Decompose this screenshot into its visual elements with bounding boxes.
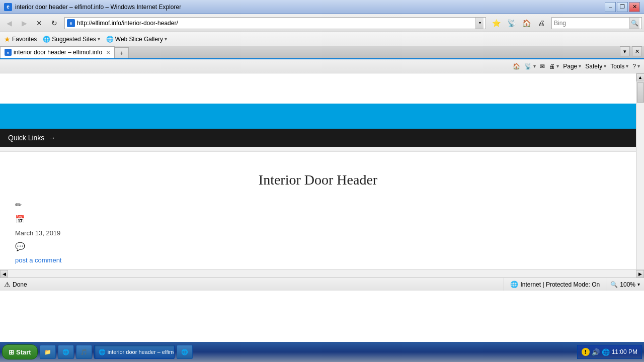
- home-cmd-button[interactable]: 🏠: [513, 63, 520, 70]
- comment-meta-row: 💬: [15, 242, 621, 251]
- home-button[interactable]: 🏠: [519, 16, 533, 30]
- tools-dropdown: ▾: [626, 63, 628, 69]
- clock: 11:00 PM: [612, 348, 637, 355]
- extra-icon: 🌐: [181, 349, 188, 355]
- comment-icon: 💬: [15, 242, 25, 251]
- tools-cmd-button[interactable]: Tools ▾: [610, 63, 628, 70]
- tray-icon-2: 🌐: [602, 348, 610, 356]
- post-comment-row: post a comment: [15, 256, 621, 264]
- status-zoom: 🔍 100% ▾: [606, 278, 644, 291]
- page-label: Page: [563, 63, 577, 70]
- active-window-icon: 🌐: [99, 349, 106, 355]
- window-title: interior door header – elfimof.info – Wi…: [15, 4, 181, 11]
- safety-dropdown: ▾: [604, 63, 606, 69]
- print-button[interactable]: 🖨: [534, 16, 548, 30]
- address-input[interactable]: [77, 20, 475, 27]
- taskbar-active-window[interactable]: 🌐 interior door header – elfimof.info – …: [94, 345, 175, 359]
- scrollbar-vertical: ▲: [636, 73, 644, 269]
- page-dropdown: ▾: [579, 63, 581, 69]
- taskbar-extra-button[interactable]: 🌐: [177, 345, 193, 359]
- safety-cmd-button[interactable]: Safety ▾: [585, 63, 606, 70]
- quick-links-text[interactable]: Quick Links →: [8, 134, 55, 142]
- suggested-sites-label: Suggested Sites: [52, 36, 96, 43]
- print-dropdown: ▾: [556, 63, 559, 69]
- rss-cmd-button[interactable]: 📡 ▾: [524, 63, 536, 70]
- web-slice-gallery-button[interactable]: 🌐 Web Slice Gallery ▾: [106, 36, 167, 43]
- active-tab[interactable]: e interior door header – elfimof.info ✕: [0, 46, 115, 58]
- status-main: ⚠ Done: [0, 281, 504, 289]
- tab-new-button[interactable]: ✕: [632, 46, 642, 56]
- security-icon: 🌐: [510, 281, 518, 288]
- address-dropdown-arrow[interactable]: ▾: [475, 18, 484, 29]
- scroll-right-button[interactable]: ▶: [636, 270, 644, 278]
- page-cmd-button[interactable]: Page ▾: [563, 63, 581, 70]
- status-bar: ⚠ Done 🌐 Internet | Protected Mode: On 🔍…: [0, 278, 644, 291]
- taskbar-ie-button[interactable]: 🌐: [58, 345, 74, 359]
- taskbar-folder-button[interactable]: 📁: [40, 345, 56, 359]
- close-button[interactable]: ✕: [629, 2, 640, 12]
- start-button[interactable]: ⊞ Start: [2, 344, 38, 359]
- safety-label: Safety: [585, 63, 602, 70]
- zoom-icon: 🔍: [610, 281, 618, 288]
- suggested-sites-button[interactable]: 🌐 Suggested Sites ▾: [43, 36, 100, 43]
- search-input[interactable]: [554, 20, 629, 27]
- tab-list-button[interactable]: ▾: [620, 46, 630, 56]
- window-controls: – ❐ ✕: [605, 2, 640, 12]
- zoom-dropdown[interactable]: ▾: [637, 282, 640, 287]
- new-tab-icon: +: [120, 50, 124, 57]
- search-bar: 🔍: [551, 17, 642, 29]
- ie-icon: e: [4, 3, 12, 11]
- rss-button[interactable]: 📡: [504, 16, 518, 30]
- favorites-icon[interactable]: ⭐: [489, 16, 503, 30]
- star-icon: ★: [4, 35, 11, 43]
- post-comment-link[interactable]: post a comment: [15, 256, 62, 264]
- mail-cmd-button[interactable]: ✉: [540, 63, 545, 70]
- scroll-thumb[interactable]: [637, 82, 644, 103]
- scroll-track-h: [8, 270, 636, 278]
- scroll-up-button[interactable]: ▲: [636, 73, 645, 81]
- main-content: Quick Links → Interior Door Header ✏ 📅 M…: [0, 73, 636, 269]
- main-area: Quick Links → Interior Door Header ✏ 📅 M…: [0, 73, 644, 269]
- content-divider: [0, 147, 636, 152]
- tab-label: interior door header – elfimof.info: [14, 49, 102, 56]
- restore-button[interactable]: ❐: [617, 2, 628, 12]
- taskbar-media-button[interactable]: 🎵: [76, 345, 92, 359]
- new-tab-button[interactable]: +: [115, 47, 129, 58]
- quick-links-nav: Quick Links →: [0, 129, 636, 147]
- help-cmd-button[interactable]: ? ▾: [632, 63, 640, 70]
- security-text: Internet | Protected Mode: On: [520, 281, 600, 288]
- tab-bar-controls: ▾ ✕: [620, 46, 642, 56]
- minimize-button[interactable]: –: [605, 2, 616, 12]
- quick-links-label: Quick Links: [8, 134, 44, 142]
- start-label: Start: [16, 348, 31, 356]
- favorites-toolbar: ★ Favorites 🌐 Suggested Sites ▾ 🌐 Web Sl…: [0, 32, 644, 46]
- address-bar: e ▾: [64, 17, 486, 29]
- print-cmd-button[interactable]: 🖨 ▾: [549, 63, 559, 70]
- refresh-button[interactable]: ↻: [47, 16, 61, 30]
- favorites-label: Favorites: [12, 36, 37, 43]
- stop-button[interactable]: ✕: [32, 16, 46, 30]
- ie-taskbar-icon: 🌐: [62, 349, 69, 355]
- scrollbar-horizontal-container: ◀ ▶: [0, 269, 644, 278]
- tab-close-button[interactable]: ✕: [106, 50, 110, 55]
- forward-button[interactable]: ▶: [17, 16, 31, 30]
- page-icon: e: [67, 19, 75, 27]
- edit-meta-row: ✏: [15, 200, 621, 210]
- taskbar: ⊞ Start 📁 🌐 🎵 🌐 interior door header – e…: [0, 342, 644, 362]
- tray-icon-1: 🔊: [592, 348, 600, 356]
- slice-dropdown: ▾: [165, 36, 167, 42]
- rss-dropdown: ▾: [533, 63, 536, 69]
- search-button[interactable]: 🔍: [629, 18, 639, 29]
- windows-icon: ⊞: [9, 348, 14, 356]
- status-right-area: 🌐 Internet | Protected Mode: On 🔍 100% ▾: [504, 278, 644, 291]
- site-header: [0, 104, 636, 129]
- tab-icon: e: [5, 49, 12, 56]
- nav-toolbar: ◀ ▶ ✕ ↻ e ▾ ⭐ 📡 🏠 🖨 🔍: [0, 14, 644, 32]
- media-icon: 🎵: [80, 349, 88, 355]
- favorites-button[interactable]: ★ Favorites: [4, 35, 37, 43]
- article-area: Interior Door Header ✏ 📅 March 13, 2019 …: [0, 152, 636, 269]
- article-date: March 13, 2019: [15, 229, 60, 237]
- scroll-left-button[interactable]: ◀: [0, 270, 8, 278]
- web-slice-label: Web Slice Gallery: [115, 36, 163, 43]
- back-button[interactable]: ◀: [2, 16, 16, 30]
